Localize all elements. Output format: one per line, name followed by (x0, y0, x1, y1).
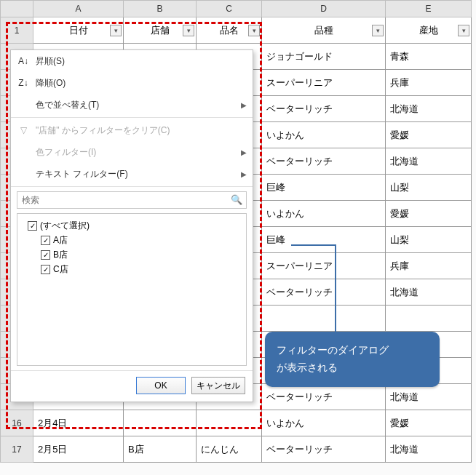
cell-E1[interactable]: 産地▾ (386, 17, 472, 44)
cell[interactable]: 兵庫 (386, 253, 472, 279)
cell[interactable]: 青森 (386, 44, 472, 70)
callout-leader-line (335, 244, 336, 332)
callout-box: フィルターのダイアログ が表示される (265, 332, 440, 387)
cell[interactable]: ベーターリッチ (262, 279, 386, 306)
filter-search-input[interactable] (17, 191, 247, 209)
sort-descending[interactable]: Z↓ 降順(O) (11, 72, 253, 94)
text-filter[interactable]: テキスト フィルター(F) ▶ (11, 163, 253, 185)
search-icon: 🔍 (231, 194, 242, 205)
cell[interactable]: B店 (124, 436, 197, 463)
filter-drop-icon[interactable]: ▾ (110, 25, 122, 36)
cell-C1[interactable]: 品名▾ (197, 17, 262, 44)
filter-drop-icon[interactable]: ▾ (183, 25, 194, 36)
ok-button[interactable]: OK (136, 377, 186, 394)
cell[interactable]: 2月5日 (33, 436, 124, 463)
chevron-right-icon: ▶ (241, 101, 247, 109)
filter-item[interactable]: ✓ A店 (20, 233, 243, 247)
filter-drop-icon[interactable]: ▾ (372, 25, 384, 36)
cell[interactable] (386, 306, 472, 332)
chevron-right-icon: ▶ (241, 148, 247, 156)
cell[interactable]: スーパーリニア (262, 70, 386, 96)
cell[interactable]: ジョナゴールド (262, 44, 386, 70)
cell[interactable]: 北海道 (386, 279, 472, 306)
clear-filter: ▽ "店舗" からフィルターをクリア(C) (11, 119, 253, 141)
funnel-clear-icon: ▽ (17, 125, 30, 135)
cell[interactable]: ベーターリッチ (262, 96, 386, 122)
cell[interactable]: 愛媛 (386, 410, 472, 436)
col-header-C[interactable]: C (197, 0, 262, 17)
filter-values-tree[interactable]: ✓ (すべて選択) ✓ A店 ✓ B店 ✓ C店 (17, 213, 247, 366)
cell-D1[interactable]: 品種▾ (262, 17, 386, 44)
checkbox-checked-icon[interactable]: ✓ (41, 265, 50, 274)
checkbox-checked-icon[interactable]: ✓ (28, 221, 37, 231)
cell[interactable]: 山梨 (386, 227, 472, 253)
column-headers: A B C D E (0, 0, 472, 17)
cell[interactable]: 巨峰 (262, 175, 386, 201)
sort-ascending[interactable]: A↓ 昇順(S) (11, 50, 253, 72)
cell[interactable]: 巨峰 (262, 227, 386, 253)
cell[interactable]: 山梨 (386, 175, 472, 201)
cell[interactable]: スーパーリニア (262, 253, 386, 279)
sort-by-color[interactable]: 色で並べ替え(T) ▶ (11, 94, 253, 116)
cancel-button[interactable]: キャンセル (191, 377, 245, 394)
cell[interactable]: 北海道 (386, 148, 472, 175)
filter-item[interactable]: ✓ B店 (20, 247, 243, 262)
cell[interactable]: いよかん (262, 122, 386, 148)
cell[interactable]: 北海道 (386, 384, 472, 410)
table-row: 172月5日B店にんじんベーターリッチ北海道 (0, 436, 472, 463)
cell[interactable]: いよかん (262, 410, 386, 436)
cell[interactable]: ベーターリッチ (262, 384, 386, 410)
cell-A1[interactable]: 日付▾ (33, 17, 124, 44)
col-header-A[interactable]: A (33, 0, 124, 17)
checkbox-checked-icon[interactable]: ✓ (41, 250, 50, 260)
cell[interactable]: ベーターリッチ (262, 436, 386, 463)
cell[interactable] (124, 410, 197, 436)
select-all-row[interactable]: ✓ (すべて選択) (20, 218, 243, 233)
cell[interactable]: 北海道 (386, 96, 472, 122)
cell[interactable]: 兵庫 (386, 70, 472, 96)
cell-B1[interactable]: 店舗▾ (124, 17, 197, 44)
cell[interactable]: 愛媛 (386, 201, 472, 227)
cell[interactable]: にんじん (197, 436, 262, 463)
cell[interactable]: 愛媛 (386, 122, 472, 148)
filter-item[interactable]: ✓ C店 (20, 262, 243, 276)
cell[interactable]: ベーターリッチ (262, 148, 386, 175)
filter-drop-icon[interactable]: ▾ (248, 25, 260, 36)
table-row: 162月4日いよかん愛媛 (0, 410, 472, 436)
cell[interactable]: 北海道 (386, 436, 472, 463)
sort-asc-icon: A↓ (17, 56, 30, 66)
cell[interactable] (262, 306, 386, 332)
corner-cell[interactable] (0, 0, 33, 17)
cell[interactable] (197, 410, 262, 436)
col-header-D[interactable]: D (262, 0, 386, 17)
col-header-B[interactable]: B (124, 0, 197, 17)
row-header[interactable]: 17 (0, 436, 33, 463)
filter-drop-icon[interactable]: ▾ (458, 25, 469, 36)
row-header-1[interactable]: 1 (0, 17, 33, 44)
sort-desc-icon: Z↓ (17, 78, 30, 88)
col-header-E[interactable]: E (386, 0, 472, 17)
color-filter: 色フィルター(I) ▶ (11, 141, 253, 163)
filter-menu: A↓ 昇順(S) Z↓ 降順(O) 色で並べ替え(T) ▶ ▽ "店舗" からフ… (10, 49, 253, 402)
cell[interactable]: いよかん (262, 201, 386, 227)
chevron-right-icon: ▶ (241, 170, 247, 178)
cell[interactable]: 2月4日 (33, 410, 124, 436)
row-header[interactable]: 16 (0, 410, 33, 436)
checkbox-checked-icon[interactable]: ✓ (41, 236, 50, 245)
